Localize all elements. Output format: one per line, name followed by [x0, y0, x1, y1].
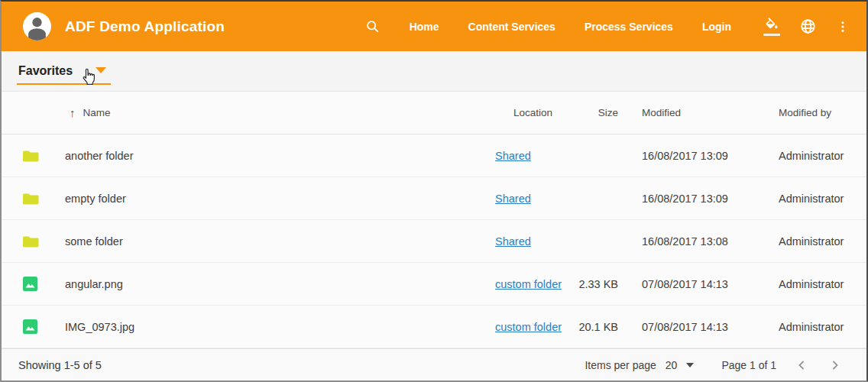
column-header-name[interactable]: ↑ Name	[65, 106, 495, 119]
folder-icon	[23, 192, 39, 205]
table-header-row: ↑ Name Location Size Modified Modified b…	[2, 92, 866, 134]
column-header-size[interactable]: Size	[571, 107, 618, 118]
folder-icon	[23, 235, 39, 248]
modified-by-cell: Administrator	[753, 235, 845, 248]
modified-cell: 16/08/2017 13:08	[618, 235, 753, 248]
pager-controls: Items per page 20 Page 1 of 1	[585, 357, 844, 374]
app-title: ADF Demo Application	[65, 18, 225, 35]
size-cell: 20.1 KB	[571, 321, 618, 333]
nav-item-login[interactable]: Login	[702, 21, 731, 33]
nav-item-process-services[interactable]: Process Services	[585, 21, 673, 33]
user-avatar-icon	[23, 12, 51, 40]
column-header-modified[interactable]: Modified	[618, 107, 753, 118]
location-link[interactable]: Shared	[495, 150, 531, 162]
image-file-icon	[23, 319, 37, 334]
pagination-bar: Showing 1-5 of 5 Items per page 20 Page …	[2, 348, 866, 380]
modified-by-cell: Administrator	[753, 321, 845, 333]
table-row[interactable]: some folder Shared 16/08/2017 13:08 Admi…	[2, 220, 866, 263]
modified-cell: 07/08/2017 14:13	[618, 278, 753, 290]
modified-cell: 16/08/2017 13:09	[618, 193, 753, 205]
app-window: ADF Demo Application Home Content Servic…	[0, 0, 868, 382]
modified-by-cell: Administrator	[753, 150, 845, 162]
search-button[interactable]	[364, 18, 381, 34]
items-per-page-value: 20	[666, 359, 678, 371]
items-per-page-label: Items per page	[585, 359, 656, 371]
header-icon-cluster	[763, 18, 850, 36]
top-nav: Home Content Services Process Services L…	[364, 18, 850, 36]
tab-favorites-label: Favorites	[18, 64, 73, 78]
color-fill-underline	[763, 34, 780, 36]
showing-label: Showing 1-5 of 5	[18, 359, 102, 371]
user-avatar[interactable]	[23, 12, 51, 40]
location-link[interactable]: Shared	[495, 235, 531, 248]
color-fill-icon	[764, 18, 779, 33]
modified-cell: 07/08/2017 14:13	[618, 321, 753, 333]
location-link[interactable]: custom folder	[495, 278, 562, 290]
table-row[interactable]: empty folder Shared 16/08/2017 13:09 Adm…	[2, 177, 866, 220]
more-vert-icon	[836, 19, 850, 34]
page-indicator: Page 1 of 1	[721, 359, 776, 371]
tab-strip: Favorites	[2, 51, 866, 92]
modified-cell: 16/08/2017 13:09	[618, 150, 753, 162]
caret-down-icon	[96, 67, 106, 73]
document-list: ↑ Name Location Size Modified Modified b…	[2, 92, 866, 348]
chevron-left-icon	[794, 358, 809, 373]
table-row[interactable]: IMG_0973.jpg custom folder 20.1 KB 07/08…	[2, 306, 866, 348]
size-cell: 2.33 KB	[571, 278, 618, 290]
column-header-location[interactable]: Location	[495, 107, 571, 118]
previous-page-button[interactable]	[793, 357, 810, 374]
modified-by-cell: Administrator	[753, 193, 845, 205]
search-icon	[364, 18, 381, 34]
location-link[interactable]: custom folder	[495, 321, 562, 333]
name-cell[interactable]: some folder	[65, 235, 495, 248]
nav-item-content-services[interactable]: Content Services	[468, 21, 555, 33]
items-per-page-dropdown[interactable]: Items per page 20	[585, 359, 694, 371]
modified-by-cell: Administrator	[753, 278, 845, 290]
language-globe-icon	[799, 18, 817, 35]
language-button[interactable]	[799, 18, 817, 35]
name-cell[interactable]: IMG_0973.jpg	[65, 321, 495, 333]
name-cell[interactable]: another folder	[65, 150, 495, 162]
image-file-icon	[23, 277, 37, 291]
tab-favorites[interactable]: Favorites	[17, 64, 111, 85]
column-header-modified-by[interactable]: Modified by	[753, 107, 845, 118]
name-cell[interactable]: empty folder	[65, 193, 495, 205]
chevron-right-icon	[828, 358, 843, 373]
name-cell[interactable]: angular.png	[65, 278, 495, 290]
caret-down-icon	[686, 363, 694, 367]
theme-color-button[interactable]	[763, 18, 780, 36]
column-header-name-label: Name	[83, 107, 111, 118]
next-page-button[interactable]	[827, 357, 844, 374]
app-header: ADF Demo Application Home Content Servic…	[2, 2, 866, 51]
folder-icon	[23, 149, 39, 162]
nav-item-home[interactable]: Home	[410, 21, 439, 33]
table-row[interactable]: another folder Shared 16/08/2017 13:09 A…	[2, 134, 866, 177]
location-link[interactable]: Shared	[495, 193, 531, 205]
table-row[interactable]: angular.png custom folder 2.33 KB 07/08/…	[2, 263, 866, 306]
more-menu-button[interactable]	[836, 19, 850, 34]
sort-ascending-icon: ↑	[70, 106, 76, 119]
